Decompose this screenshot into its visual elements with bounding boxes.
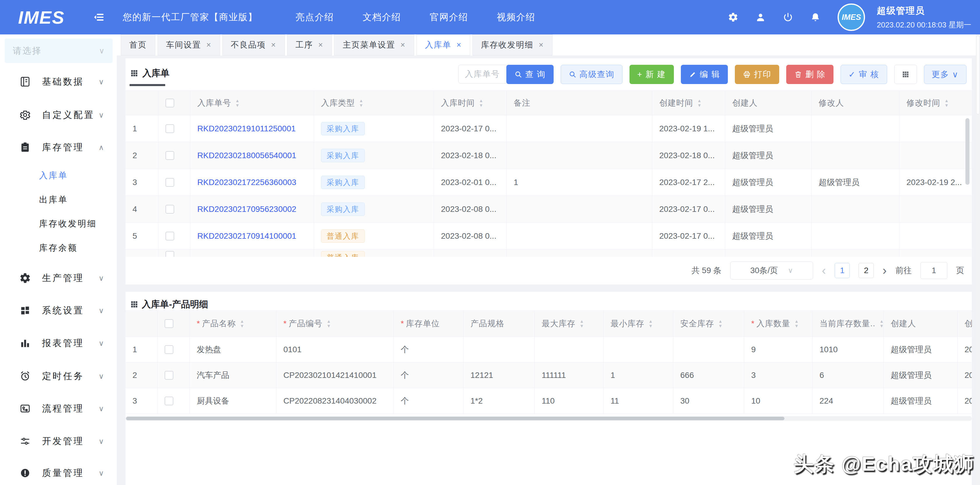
create-button[interactable]: + 新 建	[630, 65, 674, 84]
column-header-order-no[interactable]: 入库单号▲▼	[190, 91, 314, 115]
select-all-checkbox[interactable]	[165, 319, 173, 328]
power-icon[interactable]	[783, 12, 793, 22]
sidebar-item-stock-balance[interactable]: 库存余额	[39, 238, 78, 258]
sort-icon[interactable]: ▲▼	[718, 319, 723, 328]
table-row[interactable]: 3 RKD202302172256360003 采购入库 2023-02-01 …	[126, 169, 972, 196]
row-checkbox[interactable]	[165, 371, 173, 380]
sidebar-item-base-data[interactable]: 基础数据 ∨	[0, 70, 117, 94]
order-no-link[interactable]: RKD202302172256360003	[197, 178, 296, 187]
close-icon[interactable]: ×	[400, 41, 406, 49]
sort-icon[interactable]: ▲▼	[326, 319, 331, 328]
table-row[interactable]: 1 RKD202302191011250001 采购入库 2023-02-17 …	[126, 115, 972, 142]
row-checkbox[interactable]	[165, 345, 173, 354]
column-header-product-code[interactable]: *产品编号▲▼	[276, 310, 394, 337]
select-all-checkbox[interactable]	[165, 99, 174, 107]
column-header-max-stock[interactable]: 最大库存▲▼	[535, 310, 603, 337]
column-header-current-stock[interactable]: 当前库存数量..▲▼	[813, 310, 884, 337]
print-button[interactable]: 打印	[735, 65, 779, 84]
row-checkbox[interactable]	[165, 397, 173, 405]
page-scrollbar[interactable]	[976, 35, 980, 485]
scrollbar-thumb[interactable]	[976, 36, 980, 114]
tab-stock-detail[interactable]: 库存收发明细×	[473, 35, 552, 56]
sidebar-item-workflow[interactable]: 流程管理 ∨	[0, 396, 117, 421]
page-button-2[interactable]: 2	[859, 263, 874, 278]
tab-defect-items[interactable]: 不良品项×	[223, 35, 285, 56]
sidebar-item-production[interactable]: 生产管理 ∨	[0, 266, 117, 290]
sidebar-item-inventory[interactable]: 库存管理 ∧	[0, 135, 117, 160]
table-row[interactable]: 1 发热盘 0101 个 9 1010 超级管理员 20	[126, 337, 972, 363]
close-icon[interactable]: ×	[539, 41, 544, 49]
tab-home-menu-settings[interactable]: 主页菜单设置×	[334, 35, 414, 56]
sort-icon[interactable]: ▲▼	[697, 99, 702, 108]
nav-docs-link[interactable]: 文档介绍	[363, 11, 401, 23]
sort-icon[interactable]: ▲▼	[240, 319, 245, 328]
order-no-link[interactable]: RKD202302180056540001	[197, 151, 296, 160]
sidebar-item-inbound-order[interactable]: 入库单	[39, 165, 68, 186]
row-checkbox[interactable]	[165, 124, 174, 133]
row-checkbox[interactable]	[165, 251, 174, 257]
sidebar-item-development[interactable]: 开发管理 ∨	[0, 429, 117, 453]
sort-icon[interactable]: ▲▼	[794, 319, 799, 328]
table-row[interactable]: 2 RKD202302180056540001 采购入库 2023-02-18 …	[126, 142, 972, 169]
page-button-1[interactable]: 1	[835, 263, 850, 278]
more-button[interactable]: 更多 ∨	[924, 65, 967, 84]
column-header-in-time[interactable]: 入库时间▲▼	[434, 91, 507, 115]
column-header-modify-time[interactable]: 修改时间▲▼	[899, 91, 972, 115]
tab-process[interactable]: 工序×	[287, 35, 332, 56]
row-checkbox[interactable]	[165, 205, 174, 214]
column-header-product-name[interactable]: *产品名称▲▼	[190, 310, 276, 337]
page-size-select[interactable]: 30条/页 ∨	[730, 261, 813, 280]
table-row[interactable]: 3 厨具设备 CP202208231404030002 个 1*2 110 11…	[126, 388, 972, 414]
column-header-create-time[interactable]: 创建时间▲▼	[652, 91, 725, 115]
sort-icon[interactable]: ▲▼	[235, 99, 240, 108]
next-page-button[interactable]: ›	[883, 264, 887, 278]
bell-icon[interactable]	[810, 12, 821, 22]
table-row[interactable]: 4 RKD202302170956230002 采购入库 2023-02-08 …	[126, 196, 972, 223]
table-row[interactable]: 5 RKD202302170914100001 普通入库 2023-02-08 …	[126, 223, 972, 250]
table-horizontal-scrollbar[interactable]	[126, 416, 972, 421]
sidebar-item-custom-config[interactable]: 自定义配置 ∨	[0, 103, 117, 127]
tab-workshop-settings[interactable]: 车间设置×	[158, 35, 220, 56]
close-icon[interactable]: ×	[318, 41, 324, 49]
nav-highlights-link[interactable]: 亮点介绍	[296, 11, 334, 23]
sidebar-item-scheduled-tasks[interactable]: 定时任务 ∨	[0, 364, 117, 388]
sidebar-search-select[interactable]: 请选择 ∨	[5, 38, 113, 63]
sidebar-collapse-icon[interactable]	[92, 11, 105, 23]
user-icon[interactable]	[755, 12, 766, 22]
page-goto-input[interactable]	[921, 262, 947, 279]
gear-icon[interactable]	[728, 12, 738, 22]
nav-video-link[interactable]: 视频介绍	[497, 11, 536, 23]
sidebar-item-outbound-order[interactable]: 出库单	[39, 190, 68, 210]
sidebar-item-stock-detail[interactable]: 库存收发明细	[39, 214, 97, 234]
avatar[interactable]: IMES	[838, 3, 865, 31]
audit-button[interactable]: ✓ 审 核	[840, 65, 887, 84]
scrollbar-thumb[interactable]	[126, 417, 784, 420]
sort-icon[interactable]: ▲▼	[580, 319, 584, 328]
row-checkbox[interactable]	[165, 178, 174, 187]
sort-icon[interactable]: ▲▼	[479, 99, 484, 108]
order-no-link[interactable]: RKD202302170914100001	[197, 231, 296, 241]
prev-page-button[interactable]: ‹	[822, 264, 826, 278]
close-icon[interactable]: ×	[271, 41, 276, 49]
query-button[interactable]: 查 询	[506, 65, 554, 84]
sidebar-item-reports[interactable]: 报表管理 ∨	[0, 331, 117, 355]
column-header-inbound-qty[interactable]: *入库数量▲▼	[744, 310, 813, 337]
sort-icon[interactable]: ▲▼	[359, 99, 364, 108]
advanced-query-button[interactable]: 高级查询	[561, 65, 622, 84]
order-no-link[interactable]: RKD202302191011250001	[197, 124, 296, 134]
row-checkbox[interactable]	[165, 151, 174, 160]
table-vertical-scrollbar[interactable]	[966, 118, 969, 185]
close-icon[interactable]: ×	[206, 41, 212, 49]
tab-inbound-order[interactable]: 入库单×	[417, 35, 470, 56]
column-header-safe-stock[interactable]: 安全库存▲▼	[673, 310, 744, 337]
column-header-type[interactable]: 入库类型▲▼	[314, 91, 434, 115]
sort-icon[interactable]: ▲▼	[944, 99, 949, 108]
close-icon[interactable]: ×	[457, 41, 462, 49]
column-settings-button[interactable]	[894, 65, 917, 84]
row-checkbox[interactable]	[165, 232, 174, 240]
column-header-min-stock[interactable]: 最小库存▲▼	[603, 310, 673, 337]
sidebar-item-quality[interactable]: 质量管理 ∨	[0, 461, 117, 485]
edit-button[interactable]: 编 辑	[681, 65, 728, 84]
delete-button[interactable]: 删 除	[786, 65, 834, 84]
table-row-partial[interactable]: 普通入库	[126, 250, 972, 257]
